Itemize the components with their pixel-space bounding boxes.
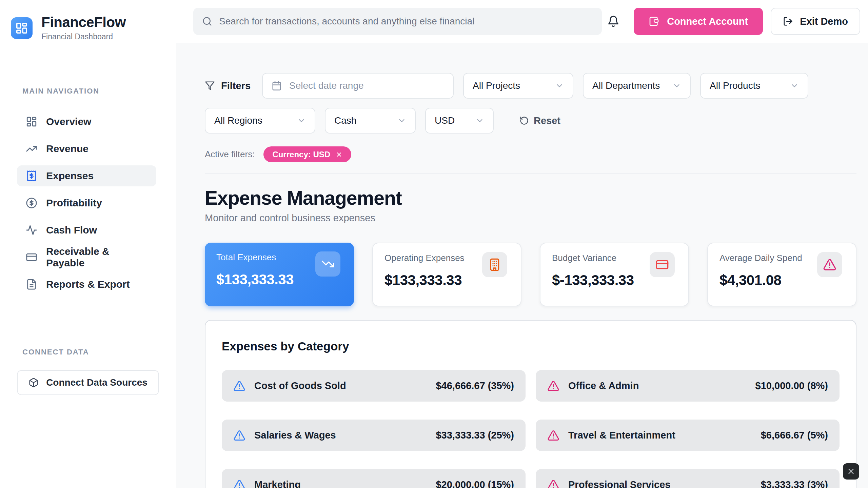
log-out-icon <box>783 16 793 26</box>
stat-cards: Total Expenses $133,333.33 Operating Exp… <box>205 243 856 306</box>
chevron-down-icon <box>475 116 484 125</box>
brand-text: FinanceFlow Financial Dashboard <box>41 15 126 41</box>
stat-card-total-expenses[interactable]: Total Expenses $133,333.33 <box>205 243 354 306</box>
active-filter-chip-currency[interactable]: Currency: USD <box>263 146 351 162</box>
sidebar-item-receivable-payable[interactable]: Receivable & Payable <box>17 247 156 268</box>
sidebar-item-reports-export[interactable]: Reports & Export <box>17 274 156 295</box>
chevron-down-icon <box>297 116 306 125</box>
category-row-office-admin[interactable]: Office & Admin $10,000.00 (8%) <box>536 370 840 402</box>
top-bar: Connect Account Exit Demo <box>176 0 868 43</box>
reset-filters-button[interactable]: Reset <box>519 115 560 126</box>
expenses-by-category-card: Expenses by Category Cost of Goods Sold … <box>205 320 856 488</box>
category-row-cost-of-goods-sold[interactable]: Cost of Goods Sold $46,666.67 (35%) <box>222 370 526 402</box>
chevron-down-icon <box>555 81 564 90</box>
category-amount: $20,000.00 (15%) <box>436 479 514 488</box>
layout-dashboard-icon <box>26 116 37 127</box>
chevron-down-icon <box>672 81 681 90</box>
alert-triangle-icon <box>547 380 559 392</box>
credit-card-icon <box>650 252 675 277</box>
alert-triangle-icon <box>817 252 842 277</box>
brand: FinanceFlow Financial Dashboard <box>0 0 176 56</box>
connect-data-sources-button[interactable]: Connect Data Sources <box>17 370 159 395</box>
exit-demo-label: Exit Demo <box>800 16 848 27</box>
reset-filters-label: Reset <box>534 115 560 126</box>
sidebar-item-label: Receivable & Payable <box>46 246 147 269</box>
category-amount: $10,000.00 (8%) <box>755 380 828 391</box>
category-name: Office & Admin <box>568 380 639 391</box>
category-row-professional-services[interactable]: Professional Services $3,333.33 (3%) <box>536 469 840 488</box>
payment-method-select-value: Cash <box>334 115 356 126</box>
products-select[interactable]: All Products <box>700 73 808 99</box>
calendar-icon <box>272 81 282 91</box>
chevron-down-icon <box>397 116 406 125</box>
file-text-icon <box>26 279 37 290</box>
category-amount: $33,333.33 (25%) <box>436 430 514 441</box>
receipt-icon <box>26 170 37 182</box>
date-range-input[interactable]: Select date range <box>262 73 454 99</box>
search-input[interactable] <box>219 16 593 27</box>
filters-row-1: Filters Select date range All Projects A… <box>205 73 856 99</box>
products-select-value: All Products <box>710 80 760 91</box>
currency-select[interactable]: USD <box>425 108 494 134</box>
category-amount: $46,666.67 (35%) <box>436 380 514 391</box>
nav-section-heading: MAIN NAVIGATION <box>22 87 176 96</box>
category-name: Marketing <box>254 479 301 488</box>
exit-demo-button[interactable]: Exit Demo <box>771 8 860 35</box>
app-logo-icon <box>11 17 33 39</box>
regions-select[interactable]: All Regions <box>205 108 315 134</box>
active-filters-row: Active filters: Currency: USD <box>205 146 856 162</box>
filters-heading: Filters <box>205 80 251 92</box>
global-search[interactable] <box>193 8 602 35</box>
main-area: Connect Account Exit Demo Filters Select… <box>176 0 868 488</box>
date-range-placeholder: Select date range <box>289 80 364 91</box>
stat-card-average-daily-spend[interactable]: Average Daily Spend $4,301.08 <box>707 243 856 306</box>
category-amount: $3,333.33 (3%) <box>761 479 828 488</box>
chevron-down-icon <box>790 81 799 90</box>
category-amount: $6,666.67 (5%) <box>761 430 828 441</box>
alert-triangle-icon <box>547 429 559 442</box>
projects-select[interactable]: All Projects <box>463 73 573 99</box>
sidebar-item-label: Overview <box>46 116 91 127</box>
stat-card-operating-expenses[interactable]: Operating Expenses $133,333.33 <box>372 243 521 306</box>
credit-card-icon <box>26 251 37 263</box>
category-name: Professional Services <box>568 479 670 488</box>
sidebar-item-cash-flow[interactable]: Cash Flow <box>17 220 156 241</box>
sidebar-item-expenses[interactable]: Expenses <box>17 165 156 186</box>
trending-down-icon <box>315 251 340 277</box>
connect-account-button[interactable]: Connect Account <box>634 8 763 35</box>
bell-icon <box>607 15 619 27</box>
close-overlay-button[interactable] <box>843 463 859 480</box>
sidebar-item-profitability[interactable]: Profitability <box>17 192 156 214</box>
projects-select-value: All Projects <box>473 80 520 91</box>
currency-select-value: USD <box>435 115 455 126</box>
activity-icon <box>26 224 37 236</box>
wallet-icon <box>649 16 659 27</box>
close-icon[interactable] <box>336 151 342 158</box>
alert-triangle-icon <box>547 479 559 488</box>
sidebar-item-label: Reports & Export <box>46 279 130 290</box>
page-subtitle: Monitor and control business expenses <box>205 212 856 224</box>
categories-title: Expenses by Category <box>222 340 840 353</box>
alert-triangle-icon <box>233 380 245 392</box>
connect-data-heading: CONNECT DATA <box>22 348 176 357</box>
departments-select[interactable]: All Departments <box>583 73 691 99</box>
rotate-ccw-icon <box>519 116 529 125</box>
filters-heading-label: Filters <box>221 80 251 92</box>
category-name: Travel & Entertainment <box>568 430 675 441</box>
search-icon <box>202 16 212 26</box>
sidebar-item-overview[interactable]: Overview <box>17 111 156 132</box>
app-subtitle: Financial Dashboard <box>41 32 126 41</box>
category-row-salaries-wages[interactable]: Salaries & Wages $33,333.33 (25%) <box>222 420 526 451</box>
stat-card-budget-variance[interactable]: Budget Variance $-133,333.33 <box>540 243 689 306</box>
notifications-button[interactable] <box>607 15 619 27</box>
category-row-marketing[interactable]: Marketing $20,000.00 (15%) <box>222 469 526 488</box>
category-row-travel-entertainment[interactable]: Travel & Entertainment $6,666.67 (5%) <box>536 420 840 451</box>
payment-method-select[interactable]: Cash <box>325 108 416 134</box>
categories-grid: Cost of Goods Sold $46,666.67 (35%) Offi… <box>222 370 840 488</box>
sidebar-item-revenue[interactable]: Revenue <box>17 138 156 159</box>
building-icon <box>482 252 507 277</box>
close-icon <box>847 467 855 476</box>
category-name: Cost of Goods Sold <box>254 380 346 391</box>
active-filters-label: Active filters: <box>205 149 255 160</box>
circle-dollar-icon <box>26 197 37 209</box>
